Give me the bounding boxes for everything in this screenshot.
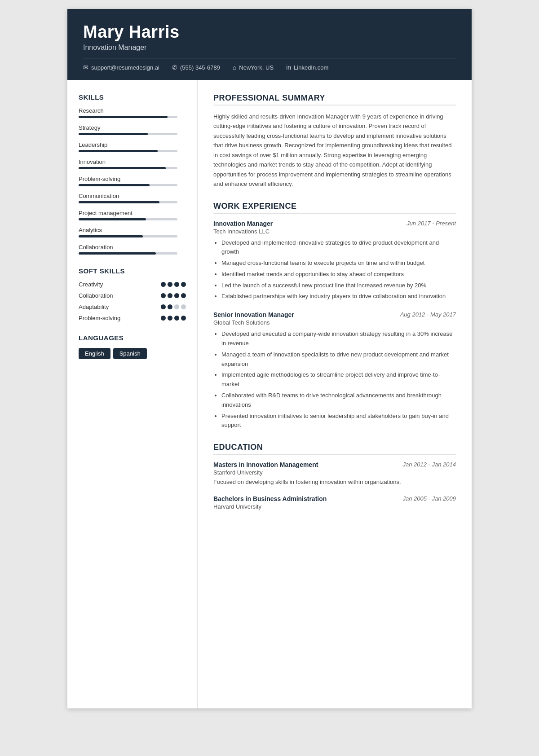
skill-bar [79,133,177,135]
skill-item: Collaboration [79,244,186,255]
work-title: WORK EXPERIENCE [213,202,456,214]
skill-bar [79,201,177,203]
skill-item: Analytics [79,227,186,237]
dot-filled [168,282,172,287]
dot-filled [174,316,179,321]
skill-bar [79,184,177,186]
linkedin-contact[interactable]: in LinkedIn.com [286,64,328,71]
edu-degree: Masters in Innovation Management [213,461,318,468]
job-title: Senior Innovation Manager [213,311,294,318]
body-section: SKILLS Research Strategy Leadership Inno… [67,80,472,708]
job-bullet: Led the launch of a successful new produ… [221,281,456,290]
language-tag: English [79,348,110,359]
resume-container: Mary Harris Innovation Manager ✉ support… [67,9,472,708]
dot-filled [161,282,166,287]
linkedin-value: LinkedIn.com [294,64,328,71]
candidate-title: Innovation Manager [83,44,456,52]
job-header: Innovation Manager Jun 2017 - Present [213,220,456,227]
soft-skills-title: SOFT SKILLS [79,267,186,275]
edu-degree: Bachelors in Business Administration [213,495,327,502]
email-icon: ✉ [83,64,88,71]
skill-bar [79,167,177,169]
location-icon: ⌂ [233,64,236,71]
email-contact: ✉ support@resumedesign.ai [83,64,159,71]
skill-bar [79,252,177,255]
skill-item: Strategy [79,124,186,135]
location-contact: ⌂ NewYork, US [233,64,274,71]
skills-section: SKILLS Research Strategy Leadership Inno… [79,93,186,255]
skill-name: Problem-solving [79,176,186,182]
job-bullet: Managed a team of innovation specialists… [221,350,456,369]
languages-title: LANGUAGES [79,334,186,342]
languages-section: LANGUAGES EnglishSpanish [79,334,186,362]
skill-bar [79,218,177,220]
edu-header: Bachelors in Business Administration Jan… [213,495,456,502]
skill-bar-fill [79,252,156,255]
soft-skill-item: Creativity [79,281,186,288]
job-company: Tech Innovations LLC [213,228,456,235]
education-list: Masters in Innovation Management Jan 201… [213,461,456,510]
phone-value: (555) 345-6789 [180,64,220,71]
dot-filled [174,282,179,287]
skill-name: Communication [79,193,186,199]
skill-name: Analytics [79,227,186,233]
job-item: Innovation Manager Jun 2017 - Present Te… [213,220,456,302]
dots-group [161,293,186,298]
dot-filled [168,293,172,298]
job-bullet: Managed cross-functional teams to execut… [221,259,456,268]
skill-bar-fill [79,116,168,118]
job-bullet: Collaborated with R&D teams to drive tec… [221,391,456,410]
soft-skill-name: Collaboration [79,292,113,299]
job-item: Senior Innovation Manager Aug 2012 - May… [213,311,456,430]
skill-bar [79,150,177,152]
location-value: NewYork, US [239,64,274,71]
skill-bar-fill [79,150,158,152]
skill-bar-fill [79,218,146,220]
dots-group [161,282,186,287]
skill-name: Innovation [79,158,186,165]
dot-filled [181,316,186,321]
languages-list: EnglishSpanish [79,348,186,362]
soft-skills-list: Creativity Collaboration Adaptability Pr… [79,281,186,321]
summary-text: Highly skilled and results-driven Innova… [213,112,456,189]
linkedin-icon: in [286,64,291,71]
sidebar: SKILLS Research Strategy Leadership Inno… [67,80,198,708]
dot-filled [174,293,179,298]
skills-title: SKILLS [79,93,186,101]
work-section: WORK EXPERIENCE Innovation Manager Jun 2… [213,202,456,431]
job-bullet: Developed and executed a company-wide in… [221,330,456,348]
language-tag: Spanish [113,348,147,359]
edu-header: Masters in Innovation Management Jan 201… [213,461,456,468]
dot-filled [161,293,166,298]
soft-skill-item: Adaptability [79,303,186,310]
job-bullet: Established partnerships with key indust… [221,292,456,301]
skills-list: Research Strategy Leadership Innovation … [79,107,186,255]
job-bullet: Presented innovation initiatives to seni… [221,412,456,431]
soft-skill-name: Problem-solving [79,315,120,321]
job-company: Global Tech Solutions [213,319,456,326]
soft-skill-item: Problem-solving [79,315,186,321]
skill-name: Project management [79,210,186,216]
skill-item: Project management [79,210,186,220]
dots-group [161,316,186,321]
dot-empty [181,304,186,309]
header-section: Mary Harris Innovation Manager ✉ support… [67,9,472,80]
edu-desc: Focused on developing skills in fosterin… [213,478,456,487]
edu-item: Bachelors in Business Administration Jan… [213,495,456,510]
edu-date: Jan 2005 - Jan 2009 [402,495,456,502]
dot-filled [161,316,166,321]
candidate-name: Mary Harris [83,22,456,42]
skill-bar-fill [79,167,166,169]
soft-skills-section: SOFT SKILLS Creativity Collaboration Ada… [79,267,186,321]
skill-item: Innovation [79,158,186,169]
job-date: Aug 2012 - May 2017 [400,311,456,318]
edu-date: Jan 2012 - Jan 2014 [402,461,456,468]
job-bullet: Implemented agile methodologies to strea… [221,370,456,389]
job-bullet: Identified market trends and opportuniti… [221,270,456,279]
summary-title: PROFESSIONAL SUMMARY [213,93,456,105]
job-title: Innovation Manager [213,220,273,227]
dots-group [161,304,186,309]
education-section: EDUCATION Masters in Innovation Manageme… [213,443,456,510]
edu-item: Masters in Innovation Management Jan 201… [213,461,456,487]
skill-name: Strategy [79,124,186,131]
